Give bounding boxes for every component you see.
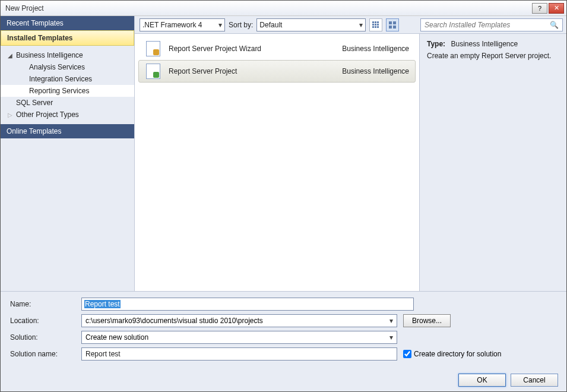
detail-pane: Type: Business Intelligence Create an em… [419,34,566,291]
template-name: Report Server Project [169,67,335,75]
dialog-footer: OK Cancel [1,369,566,391]
detail-type-value: Business Intelligence [451,40,518,48]
location-label: Location: [10,317,75,325]
svg-rect-3 [372,24,374,26]
help-button[interactable]: ? [532,3,547,14]
svg-rect-12 [393,26,396,29]
expander-icon[interactable]: ▷ [8,112,14,118]
solution-value: Create new solution [85,333,148,342]
solution-name-label: Solution name: [10,350,75,358]
solution-label: Solution: [10,333,75,342]
tree-node-sql-server[interactable]: SQL Server [1,97,134,109]
sidebar-installed-templates[interactable]: Installed Templates [1,30,134,46]
location-dropdown[interactable]: c:\users\marko93\documents\visual studio… [81,314,397,327]
svg-rect-7 [375,26,376,28]
svg-rect-8 [377,26,379,28]
search-input[interactable] [425,21,550,29]
grid-small-icon [372,21,380,29]
detail-type-label: Type: [427,40,445,48]
tree-node-analysis-services[interactable]: Analysis Services [1,61,134,73]
framework-dropdown[interactable]: .NET Framework 4 ▾ [140,18,225,31]
template-tree: ◢Business Intelligence Analysis Services… [1,46,134,124]
browse-button[interactable]: Browse... [403,314,451,327]
sort-dropdown[interactable]: Default ▾ [256,18,366,31]
cancel-button[interactable]: Cancel [511,374,558,387]
svg-rect-6 [372,26,374,28]
tree-node-reporting-services[interactable]: Reporting Services [1,85,134,97]
ok-button[interactable]: OK [458,374,506,387]
search-icon: 🔍 [550,21,559,29]
svg-rect-9 [389,21,392,24]
svg-rect-11 [389,26,392,29]
chevron-down-icon: ▾ [389,317,393,325]
form-area: Name: Report test Location: c:\users\mar… [1,291,566,369]
sort-by-label: Sort by: [229,21,253,29]
create-directory-check-input[interactable] [403,350,411,358]
grid-medium-icon [388,21,397,29]
template-item-report-server-project-wizard[interactable]: Report Server Project Wizard Business In… [138,37,416,60]
sidebar-recent-templates[interactable]: Recent Templates [1,16,134,30]
framework-value: .NET Framework 4 [142,21,202,29]
sort-value: Default [259,21,282,29]
view-small-icons-button[interactable] [369,18,382,31]
solution-dropdown[interactable]: Create new solution ▾ [81,331,397,344]
solution-name-input[interactable] [81,347,397,361]
svg-rect-2 [377,21,379,23]
location-value: c:\users\marko93\documents\visual studio… [85,317,263,325]
expander-icon[interactable]: ◢ [8,52,14,59]
report-project-icon [145,63,161,80]
svg-rect-5 [377,24,379,26]
tree-node-business-intelligence[interactable]: ◢Business Intelligence [1,49,134,61]
svg-rect-0 [372,21,374,23]
close-button[interactable]: ✕ [549,3,564,14]
window-title: New Project [5,4,531,12]
svg-rect-4 [375,24,376,26]
svg-rect-10 [393,21,396,24]
name-input[interactable]: Report test [81,298,414,311]
chevron-down-icon: ▾ [389,333,393,342]
create-directory-checkbox[interactable]: Create directory for solution [403,350,501,358]
template-list: Report Server Project Wizard Business In… [135,34,419,291]
template-item-report-server-project[interactable]: Report Server Project Business Intellige… [138,60,416,83]
sidebar: Recent Templates Installed Templates ◢Bu… [1,16,135,291]
tree-node-integration-services[interactable]: Integration Services [1,73,134,85]
name-label: Name: [10,300,75,308]
svg-rect-1 [375,21,376,23]
chevron-down-icon: ▾ [356,21,363,29]
template-name: Report Server Project Wizard [169,45,335,53]
report-wizard-icon [145,40,161,57]
detail-description: Create an empty Report Server project. [427,52,559,60]
sidebar-online-templates[interactable]: Online Templates [1,124,134,138]
template-category: Business Intelligence [342,67,409,75]
template-category: Business Intelligence [342,45,409,53]
chevron-down-icon: ▾ [215,21,222,29]
title-bar: New Project ? ✕ [1,1,566,16]
search-box[interactable]: 🔍 [420,18,563,31]
create-directory-label: Create directory for solution [414,350,501,358]
view-medium-icons-button[interactable] [386,18,399,31]
tree-node-other-project-types[interactable]: ▷Other Project Types [1,109,134,121]
